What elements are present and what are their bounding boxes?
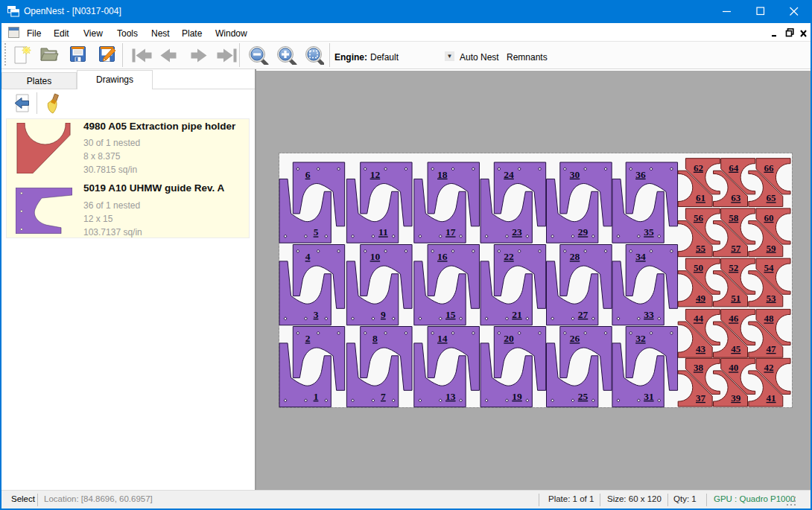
svg-text:64: 64 — [729, 162, 739, 173]
svg-text:59: 59 — [767, 243, 777, 254]
svg-text:34: 34 — [635, 251, 646, 262]
svg-text:9: 9 — [381, 309, 386, 320]
svg-text:43: 43 — [696, 343, 706, 354]
svg-text:66: 66 — [764, 162, 775, 173]
svg-text:18: 18 — [437, 169, 448, 180]
svg-text:58: 58 — [729, 212, 739, 223]
svg-text:31: 31 — [644, 391, 654, 402]
svg-text:20: 20 — [504, 333, 514, 344]
svg-text:32: 32 — [635, 333, 646, 344]
svg-text:6: 6 — [305, 169, 311, 180]
svg-text:28: 28 — [570, 251, 580, 262]
svg-text:48: 48 — [764, 313, 775, 324]
svg-text:37: 37 — [696, 392, 706, 404]
svg-text:3: 3 — [314, 309, 319, 320]
svg-text:14: 14 — [437, 333, 448, 344]
svg-text:42: 42 — [764, 362, 774, 373]
svg-text:12: 12 — [370, 169, 381, 180]
svg-text:24: 24 — [504, 169, 514, 180]
svg-text:63: 63 — [731, 192, 741, 203]
svg-text:41: 41 — [767, 392, 776, 404]
svg-text:35: 35 — [644, 226, 654, 238]
svg-text:2: 2 — [305, 333, 311, 344]
svg-text:65: 65 — [767, 192, 777, 203]
svg-text:16: 16 — [437, 251, 448, 262]
svg-text:19: 19 — [512, 391, 522, 402]
svg-text:51: 51 — [731, 293, 740, 304]
svg-text:30: 30 — [570, 169, 580, 180]
svg-text:55: 55 — [696, 243, 706, 254]
svg-text:45: 45 — [731, 343, 741, 354]
svg-text:10: 10 — [370, 251, 381, 262]
svg-text:21: 21 — [512, 309, 522, 320]
svg-text:8: 8 — [372, 333, 378, 344]
svg-text:7: 7 — [381, 391, 386, 402]
svg-text:50: 50 — [694, 262, 703, 273]
svg-text:25: 25 — [578, 391, 589, 402]
svg-text:33: 33 — [644, 309, 654, 320]
svg-text:29: 29 — [578, 226, 589, 238]
svg-text:15: 15 — [445, 309, 456, 320]
svg-text:47: 47 — [767, 343, 777, 354]
svg-text:57: 57 — [731, 243, 741, 254]
svg-text:26: 26 — [570, 333, 580, 344]
svg-text:1: 1 — [314, 391, 319, 402]
svg-text:11: 11 — [378, 226, 388, 238]
svg-text:27: 27 — [578, 309, 589, 320]
svg-text:52: 52 — [729, 262, 738, 273]
svg-text:54: 54 — [764, 262, 775, 273]
svg-text:22: 22 — [504, 251, 514, 262]
svg-text:36: 36 — [635, 169, 646, 180]
svg-text:44: 44 — [694, 313, 704, 324]
svg-text:38: 38 — [694, 362, 704, 373]
svg-text:40: 40 — [729, 362, 738, 373]
svg-text:49: 49 — [696, 293, 706, 304]
svg-text:46: 46 — [729, 313, 739, 324]
svg-text:4: 4 — [305, 251, 311, 262]
svg-text:56: 56 — [694, 212, 704, 223]
svg-text:17: 17 — [445, 226, 456, 238]
svg-text:39: 39 — [731, 392, 741, 404]
svg-text:62: 62 — [694, 162, 703, 173]
svg-text:13: 13 — [445, 391, 456, 402]
svg-text:53: 53 — [767, 293, 777, 304]
svg-text:23: 23 — [512, 226, 522, 238]
svg-text:60: 60 — [764, 212, 774, 223]
svg-text:61: 61 — [696, 192, 705, 203]
svg-text:5: 5 — [314, 226, 319, 238]
